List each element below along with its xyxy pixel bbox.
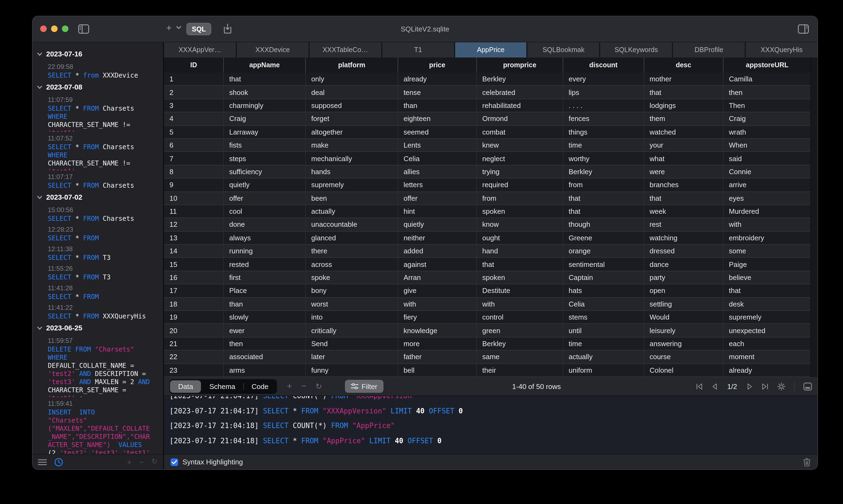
cell[interactable]: then <box>723 86 811 99</box>
syntax-highlighting-checkbox[interactable] <box>171 458 178 466</box>
first-page-icon[interactable] <box>696 383 703 390</box>
cell[interactable]: moment <box>723 350 811 363</box>
cell[interactable]: said <box>723 152 811 165</box>
cell[interactable]: slowly <box>223 311 305 324</box>
segment-code[interactable]: Code <box>243 380 276 393</box>
cell[interactable]: 7 <box>164 152 223 165</box>
cell[interactable]: Celia <box>398 152 476 165</box>
table-row[interactable]: 16firstspokeArranspokenCaptainpartybelie… <box>164 271 811 285</box>
cell[interactable]: 1 <box>164 73 223 86</box>
cell[interactable]: 20 <box>164 324 223 337</box>
cell[interactable]: make <box>305 139 398 151</box>
cell[interactable]: than <box>398 99 476 112</box>
cell[interactable]: knowledge <box>398 324 476 337</box>
cell[interactable]: allies <box>398 165 476 178</box>
remove-query-icon[interactable]: − <box>139 457 144 467</box>
cell[interactable]: Greene <box>563 231 644 244</box>
cell[interactable]: Murdered <box>723 205 811 218</box>
cell[interactable]: from <box>563 179 644 191</box>
cell[interactable]: sufficiency <box>223 165 305 178</box>
table-row[interactable]: 23armsfunnybelltheiruniformColonelalread… <box>164 364 811 377</box>
tab-xxxdevice[interactable]: XXXDevice <box>237 42 309 57</box>
history-entry[interactable]: 12:11:38SELECT * FROM T3 <box>48 245 163 262</box>
cell[interactable]: fences <box>563 112 644 125</box>
cell[interactable]: Craig <box>723 112 811 125</box>
history-group-header[interactable]: 2023-07-16 <box>33 48 163 60</box>
table-row[interactable]: 17PlacebonygiveDestitutehatsopenthat <box>164 285 811 298</box>
tab-t1[interactable]: T1 <box>382 42 454 57</box>
cell[interactable]: hats <box>563 285 644 297</box>
tab-sqlbookmak[interactable]: SQLBookmak <box>528 42 599 57</box>
cell[interactable]: 5 <box>164 126 223 138</box>
zoom-window-button[interactable] <box>62 25 68 32</box>
cell[interactable]: offer <box>398 192 476 204</box>
cell[interactable]: from <box>476 192 563 204</box>
cell[interactable]: required <box>476 179 563 191</box>
table-row[interactable]: 6fistsmakeLentsknewtimeyourWhen <box>164 139 811 152</box>
close-window-button[interactable] <box>40 25 47 32</box>
cell[interactable]: than <box>223 298 305 310</box>
cell[interactable]: offer <box>223 192 305 204</box>
cell[interactable]: sentimental <box>563 258 644 271</box>
tab-dbprofile[interactable]: DBProfile <box>673 42 745 57</box>
cell[interactable]: 14 <box>164 245 223 257</box>
cell[interactable]: Celia <box>563 298 644 310</box>
column-header-price[interactable]: price <box>398 57 476 73</box>
last-page-icon[interactable] <box>761 383 769 390</box>
cell[interactable]: associated <box>223 350 305 363</box>
cell[interactable]: arrive <box>723 179 811 191</box>
prev-page-icon[interactable] <box>711 383 718 390</box>
cell[interactable]: 16 <box>164 271 223 284</box>
cell[interactable]: ought <box>476 231 563 244</box>
cell[interactable]: 18 <box>164 298 223 310</box>
cell[interactable]: with <box>723 218 811 231</box>
cell[interactable]: Arran <box>398 271 476 284</box>
cell[interactable]: quietly <box>398 218 476 231</box>
cell[interactable]: 23 <box>164 364 223 377</box>
cell[interactable]: Craig <box>223 112 305 125</box>
history-entry[interactable]: 12:28:23SELECT * FROM <box>48 226 163 242</box>
delete-row-icon[interactable]: − <box>301 381 306 391</box>
cell[interactable]: Paige <box>723 258 811 271</box>
cell[interactable]: into <box>305 311 398 324</box>
history-group-header[interactable]: 2023-07-02 <box>33 191 163 203</box>
history-entry[interactable]: 11:55:26SELECT * FROM T3 <box>48 265 163 282</box>
cell[interactable]: every <box>563 73 644 86</box>
cell[interactable]: then <box>223 338 305 350</box>
history-group-header[interactable]: 2023-07-08 <box>33 81 163 93</box>
cell[interactable]: that <box>563 205 644 218</box>
cell[interactable]: fiery <box>398 311 476 324</box>
cell[interactable]: arms <box>223 364 305 377</box>
add-tab-button[interactable]: + <box>166 23 172 33</box>
cell[interactable]: hand <box>476 245 563 257</box>
cell[interactable]: 9 <box>164 179 223 191</box>
settings-gear-icon[interactable] <box>777 382 786 390</box>
history-entry[interactable]: 22:09:58SELECT * from XXXDevice <box>48 63 163 80</box>
cell[interactable]: Destitute <box>476 285 563 297</box>
cell[interactable]: stems <box>563 311 644 324</box>
history-entry[interactable]: 11:07:17SELECT * FROM Charsets <box>48 173 163 190</box>
cell[interactable]: same <box>476 350 563 363</box>
column-header-discount[interactable]: discount <box>563 57 644 73</box>
cell[interactable]: against <box>398 258 476 271</box>
cell[interactable]: lips <box>563 86 644 99</box>
cell[interactable]: that <box>563 192 644 204</box>
cell[interactable]: 13 <box>164 231 223 244</box>
cell[interactable]: steps <box>223 152 305 165</box>
cell[interactable]: 21 <box>164 338 223 350</box>
cell[interactable]: your <box>644 139 723 151</box>
cell[interactable]: neither <box>398 231 476 244</box>
refresh-history-icon[interactable]: ↻ <box>152 457 157 467</box>
cell[interactable]: 10 <box>164 192 223 204</box>
history-entry[interactable]: 11:41:22SELECT * FROM XXXQueryHis <box>48 304 163 321</box>
cell[interactable]: know <box>476 218 563 231</box>
history-entry[interactable]: 11:59:41INSERT INTO "Charsets" ("MAXLEN"… <box>48 400 163 454</box>
sql-log-panel[interactable]: [2023-07-17 21:04:17] SELECT COUNT(*) FR… <box>164 396 818 454</box>
table-row[interactable]: 2shookdealtensecelebratedlipsthatthen <box>164 86 811 99</box>
cell[interactable]: believe <box>723 271 811 284</box>
cell[interactable]: watched <box>644 126 723 138</box>
table-row[interactable]: 5Larrawayaltogetherseemedcombatthingswat… <box>164 126 811 139</box>
segment-schema[interactable]: Schema <box>201 380 243 393</box>
cell[interactable]: running <box>223 245 305 257</box>
cell[interactable]: done <box>223 218 305 231</box>
